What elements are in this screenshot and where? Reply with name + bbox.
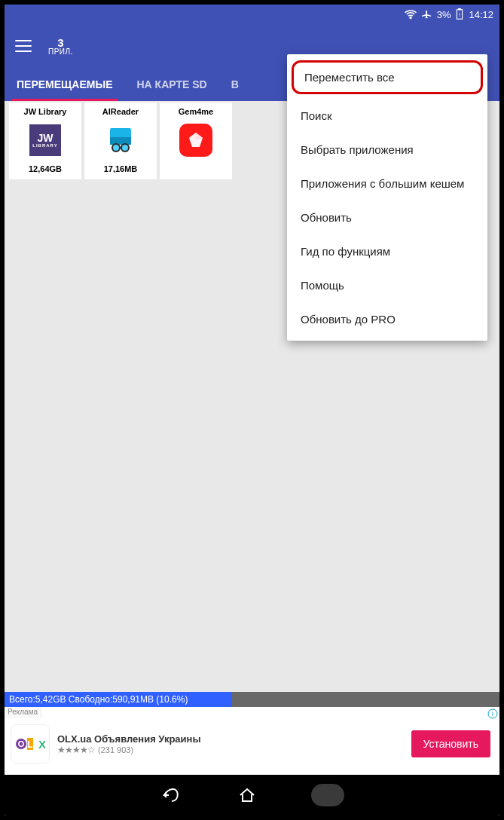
ad-title: OLX.ua Объявления Украины: [57, 733, 411, 745]
app-name: Gem4me: [163, 107, 229, 116]
app-count-label: ПРИЛ.: [48, 48, 73, 56]
svg-rect-5: [110, 137, 131, 145]
svg-text:!: !: [459, 12, 460, 18]
install-button[interactable]: Установить: [411, 730, 490, 757]
ad-banner[interactable]: Реклама i O L X OLX.ua Объявления Украин…: [5, 707, 499, 775]
status-time: 14:12: [469, 9, 493, 20]
svg-rect-10: [120, 147, 121, 148]
app-count-number: 3: [48, 37, 73, 48]
ad-rating-count: (231 903): [98, 745, 133, 754]
app-card-gem4me[interactable]: Gem4me AD: [160, 102, 232, 179]
svg-point-8: [113, 145, 119, 151]
back-button[interactable]: [160, 784, 183, 806]
svg-text:O: O: [18, 739, 25, 748]
app-card-alreader[interactable]: AlReader 17,16MB: [84, 102, 157, 179]
status-bar: 3% ! 14:12: [5, 5, 499, 24]
app-name: AlReader: [87, 107, 154, 116]
menu-help[interactable]: Помощь: [287, 268, 487, 302]
ad-label: Реклама: [5, 707, 41, 718]
app-icon: [87, 121, 154, 160]
recent-apps-button[interactable]: [311, 784, 344, 806]
ad-rating: ★★★★☆ (231 903): [57, 745, 411, 755]
stars-icon: ★★★★☆: [57, 745, 95, 755]
svg-text:X: X: [38, 738, 45, 751]
ad-info-icon[interactable]: i: [487, 708, 498, 719]
menu-upgrade-pro[interactable]: Обновить до PRO: [287, 302, 487, 336]
app-icon: JWLIBRARY: [12, 121, 78, 160]
battery-icon: !: [455, 8, 464, 20]
app-count: 3 ПРИЛ.: [48, 37, 73, 56]
svg-text:L: L: [27, 739, 32, 750]
svg-text:i: i: [492, 710, 493, 718]
storage-bar: Всего:5,42GB Свободно:590,91MB (10.6%): [5, 692, 499, 707]
battery-percent: 3%: [437, 9, 451, 20]
menu-large-cache[interactable]: Приложения с большим кешем: [287, 167, 487, 200]
overflow-menu: Переместить все Поиск Выбрать приложения…: [287, 54, 487, 341]
menu-icon[interactable]: [15, 40, 32, 52]
menu-search[interactable]: Поиск: [287, 99, 487, 133]
system-navbar: [5, 775, 499, 815]
ad-app-icon: O L X: [11, 724, 50, 763]
app-icon: [163, 121, 229, 160]
svg-point-0: [410, 17, 411, 19]
app-size: 12,64GB: [12, 164, 78, 173]
home-button[interactable]: [236, 784, 258, 806]
tab-movable[interactable]: ПЕРЕМЕЩАЕМЫЕ: [5, 68, 125, 101]
app-name: JW Library: [12, 107, 78, 116]
airplane-icon: [422, 9, 432, 20]
tab-on-sd[interactable]: НА КАРТЕ SD: [125, 68, 219, 101]
svg-rect-2: [459, 8, 461, 9]
tab-third[interactable]: В: [219, 68, 251, 101]
menu-select-apps[interactable]: Выбрать приложения: [287, 133, 487, 167]
storage-text: Всего:5,42GB Свободно:590,91MB (10.6%): [5, 692, 232, 707]
wifi-icon: [404, 9, 417, 20]
menu-guide[interactable]: Гид по функциям: [287, 234, 487, 268]
menu-refresh[interactable]: Обновить: [287, 200, 487, 234]
menu-move-all[interactable]: Переместить все: [292, 60, 483, 94]
app-card-jwlibrary[interactable]: JW Library JWLIBRARY 12,64GB: [9, 102, 81, 179]
app-size: 17,16MB: [87, 164, 154, 173]
svg-point-9: [122, 145, 128, 151]
